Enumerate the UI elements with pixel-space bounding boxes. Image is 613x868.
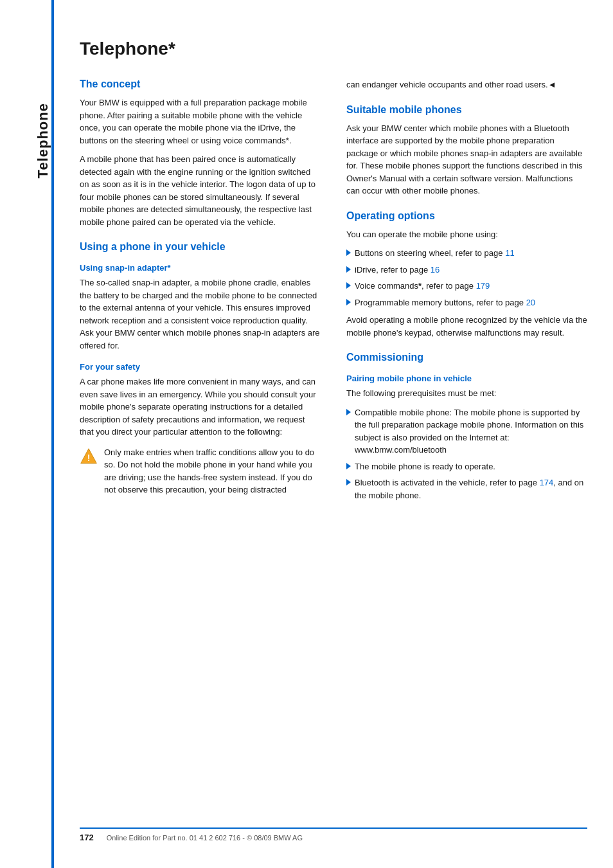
left-column: The concept Your BMW is equipped with a … xyxy=(80,78,321,815)
right-column: can endanger vehicle occupants and other… xyxy=(346,78,587,815)
page-number: 172 xyxy=(80,833,94,842)
svg-text:!: ! xyxy=(87,453,91,463)
list-item: The mobile phone is ready to operate. xyxy=(346,460,587,473)
bullet-arrow-2 xyxy=(346,266,351,273)
warning-text: Only make entries when traffic condition… xyxy=(104,446,321,496)
pairing-list: Compatible mobile phone: The mobile phon… xyxy=(346,406,587,502)
main-content: Telephone* The concept Your BMW is equip… xyxy=(54,0,613,868)
operating-options-list: Buttons on steering wheel, refer to page… xyxy=(346,247,587,309)
safety-text: A car phone makes life more convenient i… xyxy=(80,375,321,439)
bullet-arrow-4 xyxy=(346,299,351,305)
list-item: Programmable memory buttons, refer to pa… xyxy=(346,296,587,309)
concept-para-2: A mobile phone that has been paired once… xyxy=(80,153,321,228)
snap-in-heading: Using snap-in adapter* xyxy=(80,263,321,273)
pairing-item-3: Bluetooth is activated in the vehicle, r… xyxy=(355,476,587,502)
list-item: Compatible mobile phone: The mobile phon… xyxy=(346,406,587,457)
warning-icon: ! xyxy=(80,448,98,466)
suitable-phones-heading: Suitable mobile phones xyxy=(346,104,587,116)
pairing-bullet-2 xyxy=(346,463,351,469)
pairing-item-1: Compatible mobile phone: The mobile phon… xyxy=(355,406,587,457)
page-title: Telephone* xyxy=(80,39,587,59)
operating-options-intro: You can operate the mobile phone using: xyxy=(346,228,587,241)
content-columns: The concept Your BMW is equipped with a … xyxy=(80,78,587,815)
op-item-1: Buttons on steering wheel, refer to page… xyxy=(355,247,515,260)
op-note: Avoid operating a mobile phone recognize… xyxy=(346,314,587,339)
using-phone-heading: Using a phone in your vehicle xyxy=(80,241,321,253)
bullet-arrow-3 xyxy=(346,282,351,289)
footer-text: Online Edition for Part no. 01 41 2 602 … xyxy=(107,834,303,842)
pairing-item-2: The mobile phone is ready to operate. xyxy=(355,460,495,473)
op-item-3: Voice commands*, refer to page 179 xyxy=(355,280,490,293)
list-item: iDrive, refer to page 16 xyxy=(346,264,587,276)
list-item: Voice commands*, refer to page 179 xyxy=(346,280,587,293)
op-link-1[interactable]: 11 xyxy=(505,248,514,258)
snap-in-text: The so-called snap-in adapter, a mobile … xyxy=(80,276,321,352)
operating-options-heading: Operating options xyxy=(346,210,587,222)
safety-continued: can endanger vehicle occupants and other… xyxy=(346,78,587,91)
bullet-arrow-1 xyxy=(346,249,351,256)
pairing-link-3[interactable]: 174 xyxy=(540,478,554,487)
sidebar: Telephone xyxy=(0,0,51,868)
concept-heading: The concept xyxy=(80,78,321,90)
list-item: Bluetooth is activated in the vehicle, r… xyxy=(346,476,587,502)
pairing-bullet-3 xyxy=(346,479,351,485)
pairing-bullet-1 xyxy=(346,409,351,415)
suitable-phones-text: Ask your BMW center which mobile phones … xyxy=(346,122,587,197)
pairing-intro: The following prerequisites must be met: xyxy=(346,387,587,400)
list-item: Buttons on steering wheel, refer to page… xyxy=(346,247,587,260)
op-link-4[interactable]: 20 xyxy=(526,298,535,307)
footer: 172 Online Edition for Part no. 01 41 2 … xyxy=(80,827,587,842)
op-item-2: iDrive, refer to page 16 xyxy=(355,264,440,276)
pairing-heading: Pairing mobile phone in vehicle xyxy=(346,374,587,383)
sidebar-label: Telephone xyxy=(35,103,51,178)
concept-para-1: Your BMW is equipped with a full prepara… xyxy=(80,96,321,147)
safety-heading: For your safety xyxy=(80,362,321,372)
commissioning-heading: Commissioning xyxy=(346,352,587,363)
warning-box: ! Only make entries when traffic conditi… xyxy=(80,446,321,496)
page-container: Telephone Telephone* The concept Your BM… xyxy=(0,0,613,868)
op-link-2[interactable]: 16 xyxy=(431,265,440,275)
op-item-4: Programmable memory buttons, refer to pa… xyxy=(355,296,535,309)
op-link-3[interactable]: 179 xyxy=(476,281,490,291)
